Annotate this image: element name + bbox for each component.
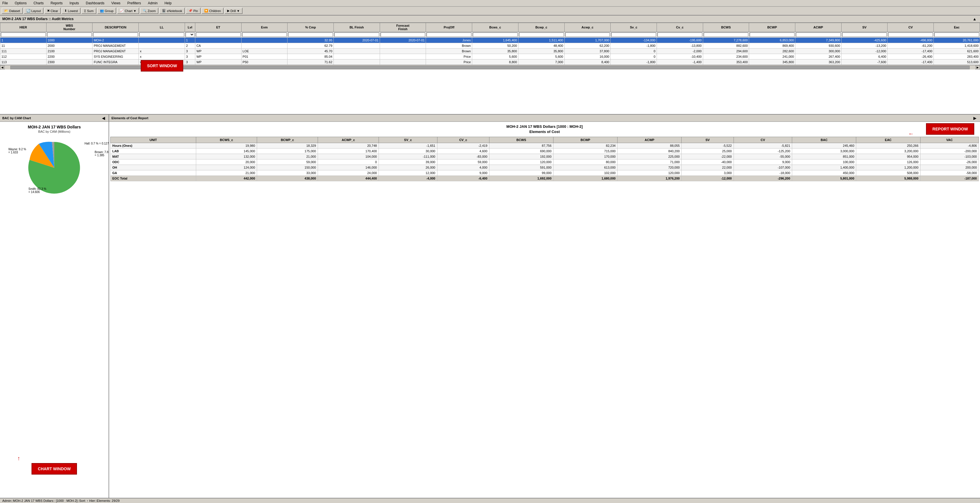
group-icon: 👥 (100, 9, 104, 13)
filter-et[interactable] (196, 32, 241, 37)
rep-col-bcwp-c: BCWP_c (257, 137, 318, 143)
legend-hall: Hall: 0.7 % = 0.127 (84, 142, 109, 145)
rep-col-bcwp: BCWP (554, 137, 617, 143)
menu-views[interactable]: Views (110, 1, 122, 6)
col-evm: Evm (241, 23, 288, 32)
table-row[interactable]: 11000MOH-2132.952020-07-012020-07-01Jone… (0, 38, 980, 43)
filter-sv[interactable] (842, 32, 887, 37)
filter-lvl[interactable] (186, 32, 194, 37)
zoom-icon: 🔍 (143, 9, 147, 13)
grid-title-bar: MOH-2 JAN 17 WBS Dollars :: Audit Metric… (0, 16, 980, 23)
filter-sv-c[interactable] (611, 32, 656, 37)
filter-bcwp[interactable] (750, 32, 794, 37)
menu-inputs[interactable]: Inputs (68, 1, 80, 6)
drill-icon: ▶ (227, 9, 229, 13)
report-table-row[interactable]: Hours (Ones)19,98018,32920,748-1,651-2,4… (111, 143, 979, 148)
enotebook-button[interactable]: 📓 eNotebook (159, 8, 185, 14)
col-acwp-c: Acwp_c (565, 23, 611, 32)
col-projoff: ProjOff (426, 23, 472, 32)
filter-forecast-finish[interactable] (380, 32, 425, 37)
menu-file[interactable]: File (1, 1, 9, 6)
rep-col-cv-c: CV_c (437, 137, 489, 143)
report-table-row[interactable]: OH124,000150,000146,00026,0004,000591,00… (111, 165, 979, 170)
col-cv-c: Cv_c (657, 23, 703, 32)
rep-col-vac: VAC (920, 137, 978, 143)
menu-options[interactable]: Options (13, 1, 27, 6)
report-table-row[interactable]: LAB145,000175,000170,40030,0004,600690,0… (111, 148, 979, 154)
filter-projoff[interactable] (426, 32, 471, 37)
group-button[interactable]: 👥 Group (97, 8, 116, 14)
filter-eac[interactable] (934, 32, 979, 37)
dataset-button[interactable]: 📂 Dataset (2, 8, 23, 14)
col-ll: LL (139, 23, 185, 32)
rep-col-sv-c: SV_c (379, 137, 437, 143)
filter-wbs[interactable] (47, 32, 92, 37)
col-bl-finish: BL Finish (334, 23, 380, 32)
report-table-row[interactable]: EOC Total442,000438,000444,400-4,000-6,4… (111, 176, 979, 181)
enotebook-icon: 📓 (162, 9, 166, 13)
rep-col-bcws: BCWS (489, 137, 553, 143)
col-bcws: BCWS (703, 23, 749, 32)
legend-wayne: Wayne: 9.2 %= 1.633 (8, 148, 26, 154)
clear-button[interactable]: ✖ Clear (45, 8, 60, 14)
filter-bcws[interactable] (704, 32, 748, 37)
report-table-row[interactable]: ODC20,00059,000039,00059,000120,00080,00… (111, 159, 979, 165)
chart-button[interactable]: 📈 Chart ▼ (117, 8, 139, 14)
clear-icon: ✖ (47, 9, 50, 13)
chart-panel: BAC by CAM Chart ◀ MOH-2 JAN 17 WBS Doll… (0, 115, 109, 503)
status-bar: Admin::MOH-2 JAN 17 WBS Dollars:: [1000 … (0, 498, 980, 503)
report-table-row[interactable]: GA21,00033,00024,00012,0009,00099,000102… (111, 170, 979, 176)
filter-bl-finish[interactable] (334, 32, 379, 37)
menu-prefilters[interactable]: Prefilters (126, 1, 142, 6)
report-table-row[interactable]: MAT132,00021,000104,000-111,000-83,00019… (111, 154, 979, 159)
table-row[interactable]: 1132300FUNC INTEGRAx3WPP5071.62Price8,80… (0, 59, 980, 65)
lowest-icon: ⬇ (64, 9, 67, 13)
layout-button[interactable]: 🔄 Layout (24, 8, 43, 14)
menu-charts[interactable]: Charts (32, 1, 45, 6)
table-row[interactable]: 112000PROJ MANAGEMENT2CA62.79Brown50,200… (0, 43, 980, 49)
report-panel-expand[interactable]: ▶ (972, 116, 978, 120)
filter-desc[interactable] (93, 32, 138, 37)
table-row[interactable]: 1122200SYS ENGINEERINGx3WPP0185.04Price5… (0, 54, 980, 59)
chart-panel-collapse[interactable]: ◀ (101, 116, 106, 120)
grid-collapse-button[interactable]: ▲ (971, 17, 978, 21)
pin-button[interactable]: 📌 Pin (186, 8, 200, 14)
filter-acwp-c[interactable] (565, 32, 610, 37)
scroll-right-button[interactable]: ▶ (975, 65, 980, 70)
drill-button[interactable]: ▶ Drill ▼ (224, 8, 242, 14)
menu-dashboards[interactable]: Dashboards (85, 1, 106, 6)
menu-reports[interactable]: Reports (49, 1, 64, 6)
filter-ll[interactable] (139, 32, 184, 37)
scroll-left-button[interactable]: ◀ (0, 65, 5, 70)
chart-icon: 📈 (120, 9, 124, 13)
col-hier: HIER (0, 23, 46, 32)
filter-evm[interactable] (242, 32, 287, 37)
menu-help[interactable]: Help (164, 1, 173, 6)
pie-chart-container: Wayne: 9.2 %= 1.633 Hall: 0.7 % = 0.127 … (25, 139, 83, 196)
layout-icon: 🔄 (26, 9, 30, 13)
col-acwp: ACWP (795, 23, 842, 32)
filter-bcws-c[interactable] (473, 32, 517, 37)
zoom-button[interactable]: 🔍 Zoom (140, 8, 158, 14)
filter-cv[interactable] (888, 32, 933, 37)
sum-button[interactable]: Σ Sum (81, 8, 96, 14)
table-row[interactable]: 1112100PROJ MANAGEMENTx3WPLOE45.70Brown3… (0, 49, 980, 54)
toolbar: 📂 Dataset 🔄 Layout ✖ Clear ⬇ Lowest Σ Su… (0, 6, 980, 16)
children-button[interactable]: 🔽 Children (202, 8, 223, 14)
horizontal-scrollbar[interactable]: ◀ ▶ (0, 65, 980, 70)
filter-acwp[interactable] (796, 32, 841, 37)
bottom-panels: BAC by CAM Chart ◀ MOH-2 JAN 17 WBS Doll… (0, 115, 980, 503)
col-cv: CV (888, 23, 934, 32)
lowest-button[interactable]: ⬇ Lowest (62, 8, 80, 14)
filter-pct[interactable] (288, 32, 333, 37)
rep-col-sv: SV (682, 137, 733, 143)
grid-title-text: MOH-2 JAN 17 WBS Dollars :: Audit Metric… (2, 17, 73, 21)
col-et: ET (195, 23, 241, 32)
filter-hier[interactable] (1, 32, 46, 37)
filter-cv-c[interactable] (657, 32, 702, 37)
menu-admin[interactable]: Admin (147, 1, 159, 6)
col-wbs: WBSNumber (46, 23, 92, 32)
scroll-thumb[interactable] (10, 66, 970, 69)
report-panel: Elements of Cost Report ▶ REPORT WINDOW … (109, 115, 980, 503)
filter-bcwp-c[interactable] (519, 32, 564, 37)
